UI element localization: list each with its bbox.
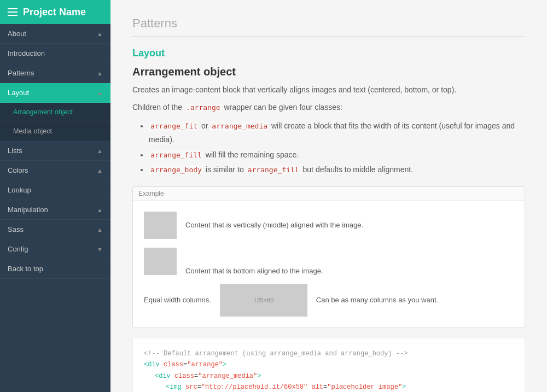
example-row-middle: Content that is vertically (middle) alig… xyxy=(144,212,514,239)
code-line: <!-- Default arrangement (using arrange_… xyxy=(144,348,514,359)
main-content: Patterns Layout Arrangement object Creat… xyxy=(110,0,547,392)
code-block: <!-- Default arrangement (using arrange_… xyxy=(132,338,525,392)
example-label: Example xyxy=(133,187,525,201)
example-content: Content that is vertically (middle) alig… xyxy=(133,201,525,327)
chevron-icon: ▲ xyxy=(97,167,103,174)
chevron-icon: ▲ xyxy=(97,226,103,233)
sidebar-item-colors[interactable]: Colors ▲ xyxy=(0,161,110,180)
sidebar-item-arrangement-object[interactable]: Arrangement object xyxy=(0,103,110,122)
chevron-icon: ▲ xyxy=(97,70,103,77)
arrange-media-code: arrange_media xyxy=(210,121,269,131)
list-item: arrange_body is similar to arrange_fill … xyxy=(149,163,525,177)
list-item: arrange_fill will fill the remaining spa… xyxy=(149,148,525,162)
list-item: arrange_fit or arrange_media will create… xyxy=(149,119,525,147)
arrange-body-code: arrange_body xyxy=(149,165,203,174)
sidebar-header[interactable]: Project Name xyxy=(0,0,110,24)
code-line: <img src="http://placehold.it/60x50" alt… xyxy=(144,382,514,392)
class-list: arrange_fit or arrange_media will create… xyxy=(149,119,525,177)
example-row2-text: Content that is bottom aligned to the im… xyxy=(185,267,323,275)
sidebar-item-about[interactable]: About ▲ xyxy=(0,24,110,44)
page-title: Patterns xyxy=(132,16,525,37)
equal-left-text: Equal width columns. xyxy=(144,296,211,304)
sidebar-item-media-object[interactable]: Media object xyxy=(0,122,110,141)
example-row1-text: Content that is vertically (middle) alig… xyxy=(185,221,363,229)
example-row-bottom: Content that is bottom aligned to the im… xyxy=(144,248,514,275)
chevron-icon: ▼ xyxy=(97,246,103,253)
sidebar-item-introduction[interactable]: Introduction xyxy=(0,44,110,63)
arrange-fill-code: arrange_fill xyxy=(149,150,203,160)
chevron-icon: ▲ xyxy=(97,90,103,96)
placeholder-image-1 xyxy=(144,212,177,239)
sidebar-item-manipulation[interactable]: Manipulation ▲ xyxy=(0,200,110,220)
component-title: Arrangement object xyxy=(132,66,525,78)
code-line: <div class="arrange_media"> xyxy=(144,371,514,382)
description2: Children of the .arrange wrapper can be … xyxy=(132,101,525,114)
sidebar-item-patterns[interactable]: Patterns ▲ xyxy=(0,63,110,83)
description1: Creates an image-content block that vert… xyxy=(132,84,525,96)
chevron-icon: ▲ xyxy=(97,148,103,154)
section-heading: Layout xyxy=(132,48,525,59)
app-title: Project Name xyxy=(23,7,86,18)
sidebar-item-lookup[interactable]: Lookup xyxy=(0,180,110,200)
equal-right-text: Can be as many columns as you want. xyxy=(316,296,438,304)
example-box: Example Content that is vertically (midd… xyxy=(132,186,525,328)
sidebar-item-lists[interactable]: Lists ▲ xyxy=(0,141,110,161)
sidebar-item-config[interactable]: Config ▼ xyxy=(0,239,110,259)
sidebar-item-layout[interactable]: Layout ▲ xyxy=(0,83,110,103)
equal-cols-row: Equal width columns. 125×80 Can be as ma… xyxy=(144,284,514,317)
chevron-icon: ▲ xyxy=(97,31,103,37)
hamburger-icon[interactable] xyxy=(8,8,18,16)
arrange-class-inline: .arrange xyxy=(184,103,222,112)
arrange-fit-code: arrange_fit xyxy=(149,121,199,131)
arrange-fill-code2: arrange_fill xyxy=(246,165,301,174)
col-placeholder-image: 125×80 xyxy=(220,284,307,317)
sidebar-item-sass[interactable]: Sass ▲ xyxy=(0,220,110,239)
placeholder-image-2 xyxy=(144,248,177,275)
chevron-icon: ▲ xyxy=(97,207,103,213)
code-line: <div class="arrange"> xyxy=(144,359,514,370)
sidebar-item-back-to-top[interactable]: Back to top xyxy=(0,259,110,279)
sidebar: Project Name About ▲ Introduction Patter… xyxy=(0,0,110,392)
